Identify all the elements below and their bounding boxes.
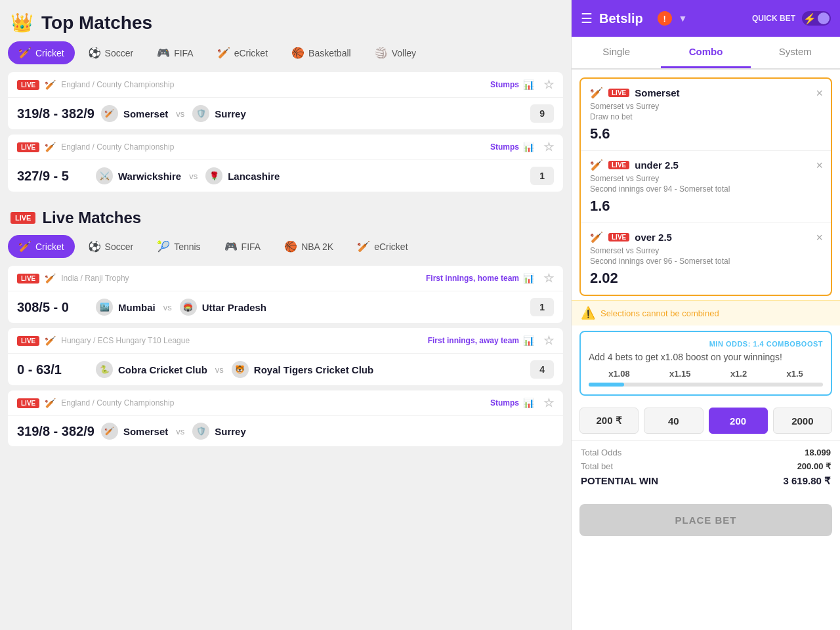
tab-system[interactable]: System [751,37,840,68]
live-match-1-team2: Uttar Pradesh [202,302,266,313]
top-match-1-body: 319/8 - 382/9 🏏 Somerset vs 🛡️ Surrey 9 [8,98,563,129]
menu-icon[interactable]: ☰ [581,10,593,26]
total-bet-label: Total bet [581,461,613,471]
favorite-icon-1[interactable]: ☆ [543,77,554,92]
total-odds-value: 18.099 [805,448,831,457]
betslip-title: Betslip [599,11,651,26]
stats-icon-lm1[interactable]: 📊 [523,273,534,284]
live-match-card-2: LIVE 🏏 Hungary / ECS Hungary T10 League … [8,328,563,385]
stats-icon-lm2[interactable]: 📊 [523,335,534,346]
soccer-icon: ⚽ [88,47,101,59]
tab-fifa-top[interactable]: 🎮 FIFA [146,41,204,64]
top-match-2-status: Stumps 📊 ☆ [490,140,554,154]
bet-sel-2-match: Somerset vs Surrey [590,174,822,183]
bet-amount-2000[interactable]: 2000 [773,408,832,434]
bet-selection-3: × 🏏 LIVE over 2.5 Somerset vs Surrey Sec… [581,223,831,295]
top-match-2-body: 327/9 - 5 ⚔️ Warwickshire vs 🌹 Lancashir… [8,160,563,192]
remove-bet-1[interactable]: × [816,87,823,100]
ecricket-live-icon: 🏏 [357,240,370,253]
quick-bet-label: QUICK BET [752,14,795,23]
tab-tennis-live[interactable]: 🎾 Tennis [146,235,211,258]
betslip-header: ☰ Betslip ! ▼ QUICK BET ⚡ [572,0,840,37]
bet-amount-buttons: 200 ₹ 40 200 2000 [579,408,832,434]
live-match-3-body: 319/8 - 382/9 🏏 Somerset vs 🛡️ Surrey [8,416,563,446]
tab-soccer-live[interactable]: ⚽ Soccer [77,235,144,258]
tab-fifa-live-label: FIFA [242,242,261,252]
tab-ecricket-top[interactable]: 🏏 eCricket [207,41,278,64]
live-match-2-team2: Royal Tigers Cricket Club [254,364,373,375]
team1-logo-lm1: 🏙️ [96,299,113,316]
tab-cricket-live-label: Cricket [35,242,64,252]
team1-logo-1: 🏏 [101,105,118,122]
tab-fifa-live[interactable]: 🎮 FIFA [214,235,272,258]
potential-win-row: POTENTIAL WIN 3 619.80 ₹ [581,475,831,487]
tab-basketball-top[interactable]: 🏀 Basketball [281,41,362,64]
team1-logo-lm3: 🏏 [101,423,118,440]
odds-btn-lm1[interactable]: 1 [530,298,554,316]
soccer-live-icon: ⚽ [88,240,101,253]
tab-cricket-live[interactable]: 🏏 Cricket [8,235,75,258]
tab-ecricket-live[interactable]: 🏏 eCricket [346,235,418,258]
tab-nba2k-live-label: NBA 2K [301,242,333,252]
vs-lm1: vs [163,303,172,312]
live-match-3-league: England / County Championship [61,398,485,408]
tab-ecricket-top-label: eCricket [234,48,268,58]
live-badge-lm3: LIVE [17,398,39,408]
favorite-icon-2[interactable]: ☆ [543,140,554,154]
odds-btn-2[interactable]: 1 [530,167,554,185]
total-odds-row: Total Odds 18.099 [581,448,831,457]
live-match-1-score: 308/5 - 0 [17,300,89,315]
tab-cricket-top[interactable]: 🏏 Cricket [8,41,75,64]
team1-logo-lm2: 🐍 [96,361,113,378]
multiplier-1: x1.08 [608,369,630,379]
stats-icon-2[interactable]: 📊 [523,142,534,152]
team1-logo-2: ⚔️ [96,167,113,184]
bet-sel-2-market: Second innings over 94 - Somerset total [590,184,822,194]
live-sport-tabs: 🏏 Cricket ⚽ Soccer 🎾 Tennis 🎮 FIFA 🏀 NBA… [0,235,571,266]
stats-icon-1[interactable]: 📊 [523,79,534,90]
top-match-2-score: 327/9 - 5 [17,169,89,184]
combo-boost-bar-fill [589,383,624,387]
live-badge-lm2: LIVE [17,336,39,346]
tab-single[interactable]: Single [572,37,661,68]
live-match-3-status: Stumps 📊 ☆ [490,396,554,410]
tab-tennis-live-label: Tennis [174,242,200,252]
bet-sel-3-odds: 2.02 [590,270,822,287]
favorite-icon-lm1[interactable]: ☆ [543,271,554,285]
team2-logo-2: 🌹 [205,167,222,184]
bet-amount-section: 200 ₹ 40 200 2000 [572,401,840,440]
lightning-icon: ⚡ [803,12,816,25]
tab-volleyball-top[interactable]: 🏐 Volley [364,41,427,64]
bet-amount-200-selected[interactable]: 200 [709,408,768,434]
bet-sel-1-odds: 5.6 [590,125,822,142]
combo-boost-card: MIN ODDS: 1.4 COMBOBOOST Add 4 bets to g… [579,331,832,396]
betslip-tabs: Single Combo System [572,37,840,70]
bet-totals: Total Odds 18.099 Total bet 200.00 ₹ POT… [572,440,840,497]
remove-bet-3[interactable]: × [816,231,823,245]
favorite-icon-lm2[interactable]: ☆ [543,333,554,348]
place-bet-button[interactable]: PLACE BET [579,504,832,536]
vs-lm2: vs [215,365,224,375]
bet-amount-200[interactable]: 200 ₹ [579,408,639,434]
tab-nba2k-live[interactable]: 🏀 NBA 2K [274,235,344,258]
bet-amount-40[interactable]: 40 [644,408,703,434]
stats-icon-lm3[interactable]: 📊 [523,398,534,408]
bet-live-badge-3: LIVE [608,233,629,242]
top-match-2-league: England / County Championship [61,142,485,152]
combo-boost-title: MIN ODDS: 1.4 COMBOBOOST [589,340,823,348]
tab-soccer-top[interactable]: ⚽ Soccer [77,41,144,64]
betslip-dropdown-icon[interactable]: ▼ [679,13,688,24]
tab-combo[interactable]: Combo [661,37,750,68]
bet-sel-2-icon: 🏏 [590,159,603,171]
bet-sel-1-market: Draw no bet [590,112,822,121]
quick-bet-toggle[interactable]: ⚡ [802,11,831,26]
favorite-icon-lm3[interactable]: ☆ [543,396,554,410]
warning-icon: ⚠️ [581,306,595,320]
odds-btn-1[interactable]: 9 [530,104,554,123]
live-match-3-teams: 🏏 Somerset vs 🛡️ Surrey [101,423,554,440]
odds-btn-lm2[interactable]: 4 [530,360,554,379]
live-match-3-team2: Surrey [215,426,246,437]
remove-bet-2[interactable]: × [816,159,823,173]
live-badge-2: LIVE [17,142,39,152]
tab-soccer-live-label: Soccer [105,242,134,252]
